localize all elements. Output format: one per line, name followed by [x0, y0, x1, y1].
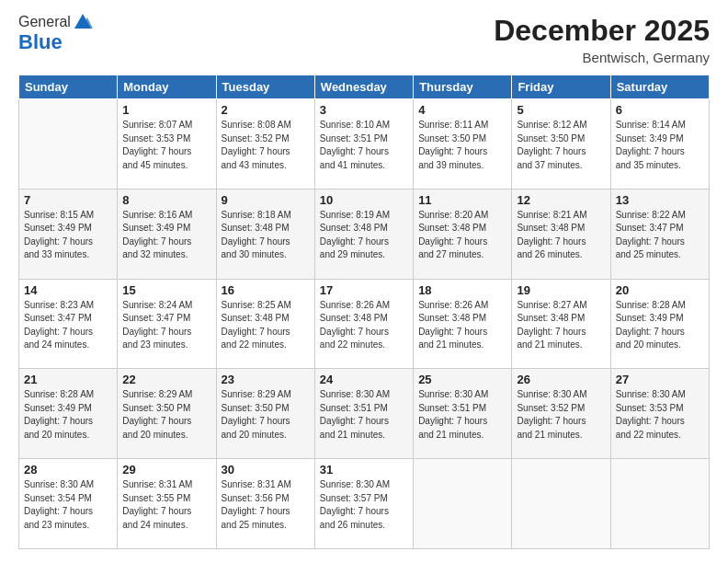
- day-info: Sunrise: 8:12 AMSunset: 3:50 PMDaylight:…: [517, 119, 605, 172]
- calendar-cell: 23Sunrise: 8:29 AMSunset: 3:50 PMDayligh…: [216, 369, 314, 459]
- day-number: 24: [320, 373, 408, 386]
- day-info: Sunrise: 8:20 AMSunset: 3:48 PMDaylight:…: [418, 209, 506, 262]
- calendar-cell: 6Sunrise: 8:14 AMSunset: 3:49 PMDaylight…: [610, 99, 709, 190]
- day-info: Sunrise: 8:25 AMSunset: 3:48 PMDaylight:…: [222, 299, 310, 352]
- calendar-cell: 28Sunrise: 8:30 AMSunset: 3:54 PMDayligh…: [19, 459, 118, 549]
- calendar-cell: 3Sunrise: 8:10 AMSunset: 3:51 PMDaylight…: [314, 99, 413, 190]
- day-info: Sunrise: 8:26 AMSunset: 3:48 PMDaylight:…: [320, 299, 408, 352]
- day-number: 22: [122, 373, 210, 386]
- calendar-cell: 24Sunrise: 8:30 AMSunset: 3:51 PMDayligh…: [314, 369, 413, 459]
- day-number: 3: [320, 103, 408, 117]
- day-number: 17: [320, 283, 408, 297]
- logo-icon: [73, 12, 93, 30]
- calendar-cell: 9Sunrise: 8:18 AMSunset: 3:48 PMDaylight…: [216, 189, 314, 279]
- calendar-cell: 4Sunrise: 8:11 AMSunset: 3:50 PMDaylight…: [414, 99, 512, 190]
- day-number: 12: [517, 193, 605, 207]
- day-number: 23: [222, 373, 310, 386]
- calendar-cell: 16Sunrise: 8:25 AMSunset: 3:48 PMDayligh…: [216, 279, 314, 369]
- day-number: 2: [222, 103, 310, 117]
- day-number: 30: [222, 463, 310, 477]
- day-info: Sunrise: 8:29 AMSunset: 3:50 PMDaylight:…: [222, 388, 310, 442]
- calendar-cell: 19Sunrise: 8:27 AMSunset: 3:48 PMDayligh…: [512, 279, 610, 369]
- logo-general-text: General: [18, 14, 71, 30]
- calendar-week-row: 21Sunrise: 8:28 AMSunset: 3:49 PMDayligh…: [19, 369, 710, 459]
- calendar-week-row: 7Sunrise: 8:15 AMSunset: 3:49 PMDaylight…: [19, 189, 710, 279]
- day-number: 5: [517, 103, 605, 117]
- day-number: 10: [320, 193, 408, 207]
- day-info: Sunrise: 8:11 AMSunset: 3:50 PMDaylight:…: [418, 119, 506, 172]
- day-number: 9: [222, 193, 310, 207]
- calendar-header-row: SundayMondayTuesdayWednesdayThursdayFrid…: [19, 75, 710, 99]
- calendar-cell: 14Sunrise: 8:23 AMSunset: 3:47 PMDayligh…: [19, 279, 118, 369]
- day-info: Sunrise: 8:15 AMSunset: 3:49 PMDaylight:…: [24, 209, 112, 262]
- day-number: 14: [24, 283, 112, 297]
- day-info: Sunrise: 8:23 AMSunset: 3:47 PMDaylight:…: [24, 299, 112, 352]
- day-number: 20: [616, 283, 704, 297]
- calendar-week-row: 14Sunrise: 8:23 AMSunset: 3:47 PMDayligh…: [19, 279, 710, 369]
- calendar-cell: 12Sunrise: 8:21 AMSunset: 3:48 PMDayligh…: [512, 189, 610, 279]
- calendar-cell: 7Sunrise: 8:15 AMSunset: 3:49 PMDaylight…: [19, 189, 118, 279]
- day-info: Sunrise: 8:10 AMSunset: 3:51 PMDaylight:…: [320, 119, 408, 172]
- calendar-cell: [610, 459, 709, 549]
- calendar-cell: 17Sunrise: 8:26 AMSunset: 3:48 PMDayligh…: [314, 279, 413, 369]
- day-number: 1: [122, 103, 210, 117]
- calendar-header-wednesday: Wednesday: [314, 75, 413, 99]
- location: Bentwisch, Germany: [494, 50, 710, 65]
- day-info: Sunrise: 8:18 AMSunset: 3:48 PMDaylight:…: [222, 209, 310, 262]
- day-number: 29: [122, 463, 210, 477]
- calendar-cell: 1Sunrise: 8:07 AMSunset: 3:53 PMDaylight…: [118, 99, 216, 190]
- calendar-cell: 8Sunrise: 8:16 AMSunset: 3:49 PMDaylight…: [118, 189, 216, 279]
- calendar-header-sunday: Sunday: [19, 75, 118, 99]
- month-title: December 2025: [494, 14, 710, 48]
- day-info: Sunrise: 8:28 AMSunset: 3:49 PMDaylight:…: [616, 299, 704, 352]
- day-info: Sunrise: 8:30 AMSunset: 3:57 PMDaylight:…: [320, 478, 408, 532]
- calendar-week-row: 28Sunrise: 8:30 AMSunset: 3:54 PMDayligh…: [19, 459, 710, 549]
- day-info: Sunrise: 8:30 AMSunset: 3:51 PMDaylight:…: [418, 388, 506, 442]
- calendar-cell: 18Sunrise: 8:26 AMSunset: 3:48 PMDayligh…: [414, 279, 512, 369]
- calendar-cell: 11Sunrise: 8:20 AMSunset: 3:48 PMDayligh…: [414, 189, 512, 279]
- header: General Blue December 2025 Bentwisch, Ge…: [18, 14, 710, 65]
- page: General Blue December 2025 Bentwisch, Ge…: [0, 0, 728, 563]
- calendar: SundayMondayTuesdayWednesdayThursdayFrid…: [18, 75, 710, 549]
- logo-blue-text: Blue: [18, 30, 63, 53]
- day-number: 16: [222, 283, 310, 297]
- day-info: Sunrise: 8:26 AMSunset: 3:48 PMDaylight:…: [418, 299, 506, 352]
- day-number: 15: [122, 283, 210, 297]
- calendar-cell: 26Sunrise: 8:30 AMSunset: 3:52 PMDayligh…: [512, 369, 610, 459]
- day-number: 31: [320, 463, 408, 477]
- day-number: 28: [24, 463, 112, 477]
- calendar-header-tuesday: Tuesday: [216, 75, 314, 99]
- day-info: Sunrise: 8:21 AMSunset: 3:48 PMDaylight:…: [517, 209, 605, 262]
- calendar-cell: [19, 99, 118, 190]
- day-number: 18: [418, 283, 506, 297]
- calendar-cell: 29Sunrise: 8:31 AMSunset: 3:55 PMDayligh…: [118, 459, 216, 549]
- calendar-header-monday: Monday: [118, 75, 216, 99]
- calendar-cell: 31Sunrise: 8:30 AMSunset: 3:57 PMDayligh…: [314, 459, 413, 549]
- day-info: Sunrise: 8:22 AMSunset: 3:47 PMDaylight:…: [616, 209, 704, 262]
- day-info: Sunrise: 8:30 AMSunset: 3:53 PMDaylight:…: [616, 388, 704, 442]
- day-number: 6: [616, 103, 704, 117]
- day-number: 26: [517, 373, 605, 386]
- title-block: December 2025 Bentwisch, Germany: [494, 14, 710, 65]
- day-number: 4: [418, 103, 506, 117]
- calendar-cell: 15Sunrise: 8:24 AMSunset: 3:47 PMDayligh…: [118, 279, 216, 369]
- day-info: Sunrise: 8:30 AMSunset: 3:54 PMDaylight:…: [24, 478, 112, 532]
- calendar-header-saturday: Saturday: [610, 75, 709, 99]
- day-info: Sunrise: 8:29 AMSunset: 3:50 PMDaylight:…: [122, 388, 210, 442]
- day-info: Sunrise: 8:30 AMSunset: 3:51 PMDaylight:…: [320, 388, 408, 442]
- logo: General Blue: [18, 14, 93, 54]
- day-number: 13: [616, 193, 704, 207]
- day-info: Sunrise: 8:16 AMSunset: 3:49 PMDaylight:…: [122, 209, 210, 262]
- day-info: Sunrise: 8:27 AMSunset: 3:48 PMDaylight:…: [517, 299, 605, 352]
- calendar-header-thursday: Thursday: [414, 75, 512, 99]
- day-info: Sunrise: 8:19 AMSunset: 3:48 PMDaylight:…: [320, 209, 408, 262]
- calendar-cell: 10Sunrise: 8:19 AMSunset: 3:48 PMDayligh…: [314, 189, 413, 279]
- calendar-cell: 25Sunrise: 8:30 AMSunset: 3:51 PMDayligh…: [414, 369, 512, 459]
- day-info: Sunrise: 8:28 AMSunset: 3:49 PMDaylight:…: [24, 388, 112, 442]
- day-info: Sunrise: 8:30 AMSunset: 3:52 PMDaylight:…: [517, 388, 605, 442]
- calendar-cell: 27Sunrise: 8:30 AMSunset: 3:53 PMDayligh…: [610, 369, 709, 459]
- calendar-cell: [414, 459, 512, 549]
- calendar-cell: 2Sunrise: 8:08 AMSunset: 3:52 PMDaylight…: [216, 99, 314, 190]
- calendar-cell: 30Sunrise: 8:31 AMSunset: 3:56 PMDayligh…: [216, 459, 314, 549]
- day-info: Sunrise: 8:14 AMSunset: 3:49 PMDaylight:…: [616, 119, 704, 172]
